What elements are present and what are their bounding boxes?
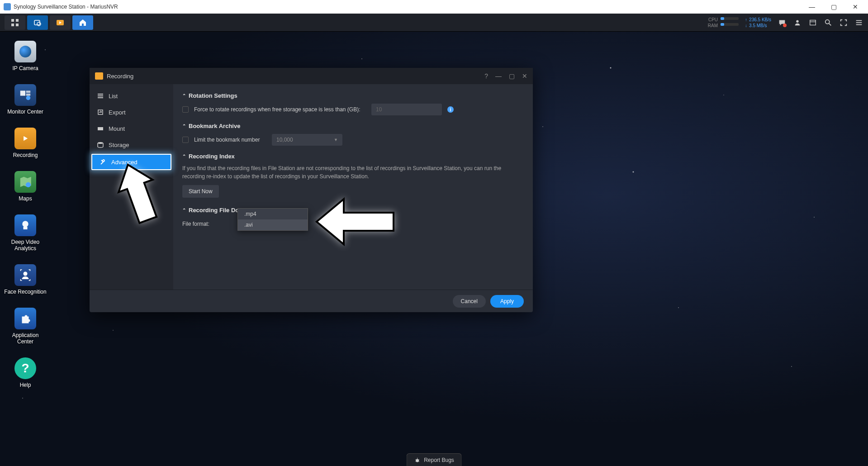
minimize-button[interactable]: — (803, 3, 821, 10)
arrow-annotation-left (111, 158, 170, 231)
chevron-down-icon: ⌃ (182, 124, 186, 128)
rotation-gb-input[interactable] (371, 104, 442, 115)
window-header[interactable]: Recording ? — ▢ ✕ (90, 68, 533, 84)
desktop: CPU RAM ↑236.5 KB/s ↓3.5 MB/s IP Camera … (0, 14, 868, 466)
rotation-label: Force to rotate recordings when free sto… (194, 106, 366, 113)
folder-play-icon (14, 128, 36, 149)
section-rotation[interactable]: ⌃Rotation Settings (182, 92, 524, 99)
storage-icon (97, 141, 104, 148)
export-icon (97, 109, 104, 116)
face-icon (14, 264, 36, 286)
chevron-down-icon: ⌃ (182, 93, 186, 98)
svg-point-20 (22, 221, 28, 227)
brain-icon (14, 214, 36, 236)
mount-icon (97, 125, 104, 132)
svg-line-31 (415, 461, 416, 461)
format-option-avi[interactable]: .avi (238, 219, 308, 230)
desk-icon-recording[interactable]: Recording (4, 128, 47, 158)
ram-bar (721, 23, 739, 26)
list-icon (97, 92, 104, 100)
bug-icon (414, 457, 420, 463)
window-footer: Cancel Apply (90, 290, 533, 312)
index-description: If you find that the recording files in … (182, 164, 524, 181)
notification-dot (783, 24, 787, 27)
help-button[interactable]: ? (484, 72, 488, 80)
minimize-button[interactable]: — (495, 72, 502, 80)
content-area: ⌃Rotation Settings Force to rotate recor… (173, 84, 533, 290)
svg-point-27 (416, 459, 419, 462)
rotation-checkbox[interactable] (182, 106, 189, 113)
svg-point-19 (26, 182, 31, 187)
desktop-icons: IP Camera Monitor Center Recording Maps … (4, 41, 47, 388)
close-button[interactable]: ✕ (846, 3, 864, 10)
app-icon (4, 3, 11, 10)
desk-icon-monitor-center[interactable]: Monitor Center (4, 84, 47, 115)
svg-rect-15 (20, 90, 25, 95)
info-icon[interactable]: i (447, 106, 454, 113)
desk-icon-analytics[interactable]: Deep Video Analytics (4, 214, 47, 252)
svg-line-30 (418, 459, 419, 460)
window-controls: — ▢ ✕ (803, 3, 864, 10)
cpu-bar (721, 17, 739, 20)
help-icon: ? (14, 357, 36, 379)
arrow-annotation-right (312, 192, 403, 256)
sidebar-item-list[interactable]: List (90, 88, 173, 104)
tools-icon (100, 158, 107, 166)
format-dropdown: .mp4 .avi (237, 208, 308, 231)
svg-rect-21 (24, 227, 28, 229)
sidebar-item-export[interactable]: Export (90, 104, 173, 120)
os-title: Synology Surveillance Station - MariusNV… (14, 4, 118, 10)
chevron-down-icon: ▼ (334, 138, 338, 142)
apply-button[interactable]: Apply (490, 295, 524, 308)
desk-icon-help[interactable]: ?Help (4, 357, 47, 388)
svg-rect-16 (26, 90, 31, 93)
os-titlebar: Synology Surveillance Station - MariusNV… (0, 0, 868, 14)
desk-icon-appcenter[interactable]: Application Center (4, 308, 47, 345)
bookmark-label: Limit the bookmark number (194, 137, 266, 143)
svg-point-26 (98, 142, 103, 144)
cancel-button[interactable]: Cancel (453, 295, 486, 308)
format-label: File format: (182, 221, 232, 227)
notifications-button[interactable] (778, 18, 787, 27)
svg-point-18 (26, 96, 31, 100)
desk-icon-face[interactable]: Face Recognition (4, 264, 47, 295)
start-now-button[interactable]: Start Now (182, 185, 219, 198)
close-button[interactable]: ✕ (522, 72, 527, 80)
monitor-icon (14, 84, 36, 106)
svg-rect-17 (26, 94, 31, 96)
desk-icon-ip-camera[interactable]: IP Camera (4, 41, 47, 71)
svg-point-22 (24, 272, 28, 276)
bookmark-limit-select[interactable]: 10,000▼ (272, 134, 342, 146)
chevron-down-icon: ⌃ (182, 208, 186, 213)
format-option-mp4[interactable]: .mp4 (238, 209, 308, 219)
window-title: Recording (107, 73, 133, 80)
sidebar-item-storage[interactable]: Storage (90, 137, 173, 153)
folder-icon (95, 72, 103, 80)
maximize-button[interactable]: ▢ (825, 3, 843, 10)
map-icon (14, 171, 36, 193)
section-index[interactable]: ⌃Recording Index (182, 153, 524, 160)
puzzle-icon (14, 308, 36, 329)
report-bugs-button[interactable]: Report Bugs (406, 453, 462, 466)
maximize-button[interactable]: ▢ (509, 72, 515, 80)
sidebar-item-mount[interactable]: Mount (90, 120, 173, 137)
desk-icon-maps[interactable]: Maps (4, 171, 47, 202)
camera-lens-icon (14, 41, 36, 62)
svg-line-32 (418, 461, 419, 461)
svg-line-29 (415, 459, 416, 460)
section-bookmark[interactable]: ⌃Bookmark Archive (182, 123, 524, 129)
chevron-down-icon: ⌃ (182, 154, 186, 159)
bookmark-checkbox[interactable] (182, 137, 189, 143)
